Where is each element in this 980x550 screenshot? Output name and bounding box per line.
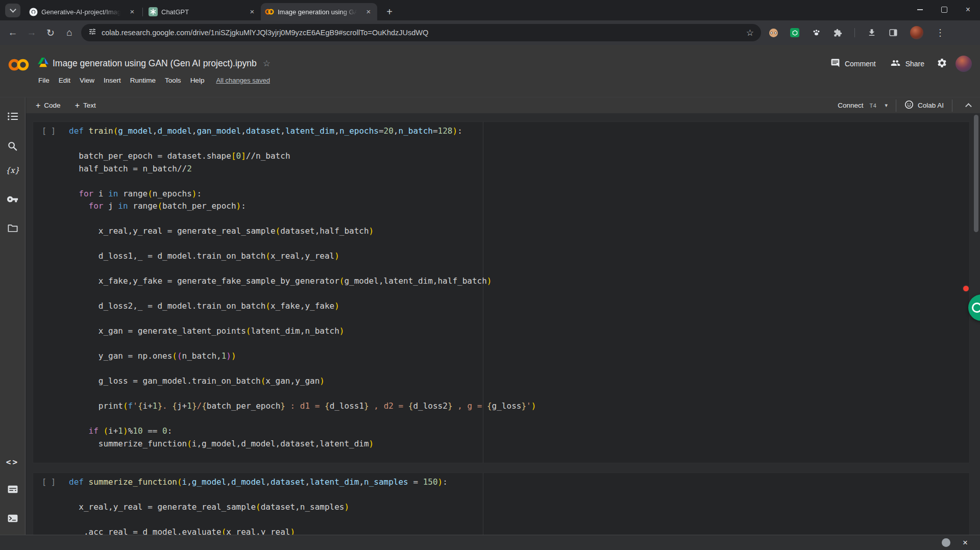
code-line[interactable]: x_real,y_real = generate_real_sample(dat… <box>69 501 969 514</box>
variables-icon[interactable]: {x} <box>0 164 25 177</box>
code-cell[interactable]: [ ] def train(g_model,d_model,gan_model,… <box>33 121 970 463</box>
maximize-button[interactable] <box>932 0 956 19</box>
comment-button[interactable]: Comment <box>826 58 880 69</box>
code-snippets-icon[interactable]: <> <box>0 456 25 468</box>
menu-insert[interactable]: Insert <box>99 77 126 84</box>
close-icon[interactable]: × <box>128 7 137 16</box>
code-line[interactable] <box>69 138 969 151</box>
record-button-icon[interactable] <box>942 538 950 547</box>
cell-run-button[interactable]: [ ] <box>42 127 56 136</box>
connect-dropdown-icon[interactable]: ▾ <box>885 102 888 109</box>
menu-file[interactable]: File <box>34 77 54 84</box>
menu-tools[interactable]: Tools <box>160 77 186 84</box>
maximize-icon <box>941 7 947 13</box>
menu-runtime[interactable]: Runtime <box>126 77 160 84</box>
url-text[interactable]: colab.research.google.com/drive/1niSZjgk… <box>102 29 746 37</box>
code-line[interactable]: d_loss2,_ = d_model.train_on_batch(x_fak… <box>69 300 969 313</box>
code-line[interactable]: x_gan = generate_latent_points(latent_di… <box>69 325 969 338</box>
code-line[interactable]: _,acc_real = d_model.evaluate(x_real,y_r… <box>69 526 969 535</box>
forward-button[interactable]: → <box>23 24 40 41</box>
code-line[interactable] <box>69 413 969 426</box>
code-line[interactable]: x_real,y_real = generate_real_sample(dat… <box>69 225 969 238</box>
code-line[interactable]: def summerize_function(i,g_model,d_model… <box>69 476 969 489</box>
minimize-button[interactable] <box>908 0 932 19</box>
code-line[interactable] <box>69 363 969 376</box>
chevron-up-icon <box>965 103 972 110</box>
extension-paw-icon[interactable] <box>812 28 821 37</box>
code-line[interactable]: if (i+1)%10 == 0: <box>69 425 969 438</box>
code-line[interactable]: x_fake,y_fake = generate_fake_sample_by_… <box>69 275 969 288</box>
account-avatar[interactable] <box>955 56 972 72</box>
colab-ai-button[interactable]: Colab AI <box>904 100 944 111</box>
code-line[interactable]: y_gan = np.ones((n_batch,1)) <box>69 350 969 363</box>
code-line[interactable]: print(f'{i+1}. {j+1}/{batch_per_epoch} :… <box>69 400 969 413</box>
menu-help[interactable]: Help <box>186 77 209 84</box>
code-line[interactable]: half_batch = n_batch//2 <box>69 163 969 176</box>
collapse-toolbar-button[interactable] <box>961 102 976 109</box>
add-text-label: Text <box>83 102 96 109</box>
accelerator-badge: T4 <box>870 103 877 109</box>
code-line[interactable] <box>69 313 969 326</box>
code-line[interactable] <box>69 338 969 351</box>
address-bar[interactable]: colab.research.google.com/drive/1niSZjgk… <box>81 24 761 41</box>
share-button[interactable]: Share <box>886 58 928 69</box>
code-line[interactable] <box>69 388 969 401</box>
cell-run-button[interactable]: [ ] <box>42 478 56 487</box>
table-of-contents-icon[interactable] <box>0 110 25 122</box>
menu-edit[interactable]: Edit <box>54 77 75 84</box>
code-line[interactable]: d_loss1,_ = d_model.train_on_batch(x_rea… <box>69 250 969 263</box>
browser-menu-icon[interactable]: ⋮ <box>936 27 945 38</box>
home-button[interactable]: ⌂ <box>61 24 78 41</box>
star-notebook-icon[interactable]: ☆ <box>263 58 271 69</box>
tab-colab-active[interactable]: Image generation using GAN (G × <box>261 3 377 20</box>
notebook-title[interactable]: Image generation using GAN (Gen AI proje… <box>53 58 257 69</box>
search-icon[interactable] <box>0 140 25 152</box>
code-line[interactable] <box>69 263 969 276</box>
code-line[interactable]: g_loss = gan_model.train_on_batch(x_gan,… <box>69 375 969 388</box>
code-line[interactable] <box>69 175 969 188</box>
add-text-button[interactable]: + Text <box>75 101 96 110</box>
cell-code[interactable]: def summerize_function(i,g_model,d_model… <box>69 473 969 535</box>
settings-gear-icon[interactable] <box>937 58 947 70</box>
site-settings-icon[interactable] <box>88 28 96 38</box>
autosave-status[interactable]: All changes saved <box>216 77 270 84</box>
code-line[interactable] <box>69 288 969 301</box>
profile-avatar[interactable] <box>910 26 923 39</box>
menu-view[interactable]: View <box>75 77 99 84</box>
window-close-button[interactable]: × <box>956 0 980 19</box>
code-line[interactable] <box>69 514 969 527</box>
scrollbar-thumb[interactable] <box>974 115 978 232</box>
colab-logo[interactable] <box>7 57 31 74</box>
add-code-button[interactable]: + Code <box>36 101 61 110</box>
code-line[interactable]: for i in range(n_epochs): <box>69 188 969 201</box>
close-icon[interactable]: × <box>364 7 373 16</box>
code-line[interactable] <box>69 213 969 226</box>
code-line[interactable] <box>69 489 969 502</box>
cell-code[interactable]: def train(g_model,d_model,gan_model,data… <box>69 122 969 450</box>
code-cell[interactable]: [ ] def summerize_function(i,g_model,d_m… <box>33 472 970 535</box>
code-line[interactable]: batch_per_epoch = dataset.shape[0]//n_ba… <box>69 150 969 163</box>
reload-button[interactable]: ↻ <box>42 24 59 41</box>
extension-avatar-icon[interactable] <box>769 29 778 37</box>
tab-chatgpt[interactable]: ChatGPT × <box>144 3 261 20</box>
side-panel-icon[interactable] <box>889 28 898 37</box>
connect-button[interactable]: Connect <box>838 102 863 109</box>
code-line[interactable]: def train(g_model,d_model,gan_model,data… <box>69 125 969 138</box>
tab-search-button[interactable] <box>5 4 20 17</box>
terminal-icon[interactable] <box>0 512 25 524</box>
tab-github[interactable]: Generative-AI-project/Image_g × <box>24 3 141 20</box>
code-line[interactable]: summerize_function(i,g_model,d_model,dat… <box>69 438 969 451</box>
downloads-icon[interactable] <box>867 28 876 37</box>
extension-green-icon[interactable] <box>790 28 799 37</box>
close-icon[interactable]: × <box>248 7 257 16</box>
secrets-key-icon[interactable] <box>0 193 25 205</box>
command-palette-icon[interactable] <box>0 483 25 495</box>
code-line[interactable]: for j in range(batch_per_epoch): <box>69 200 969 213</box>
new-tab-button[interactable]: + <box>382 5 397 19</box>
files-folder-icon[interactable] <box>0 221 25 234</box>
code-line[interactable] <box>69 238 969 251</box>
extensions-puzzle-icon[interactable] <box>833 28 842 37</box>
back-button[interactable]: ← <box>4 24 21 41</box>
bottom-bar-close-icon[interactable]: × <box>963 538 968 547</box>
bookmark-star-icon[interactable]: ☆ <box>746 28 754 38</box>
